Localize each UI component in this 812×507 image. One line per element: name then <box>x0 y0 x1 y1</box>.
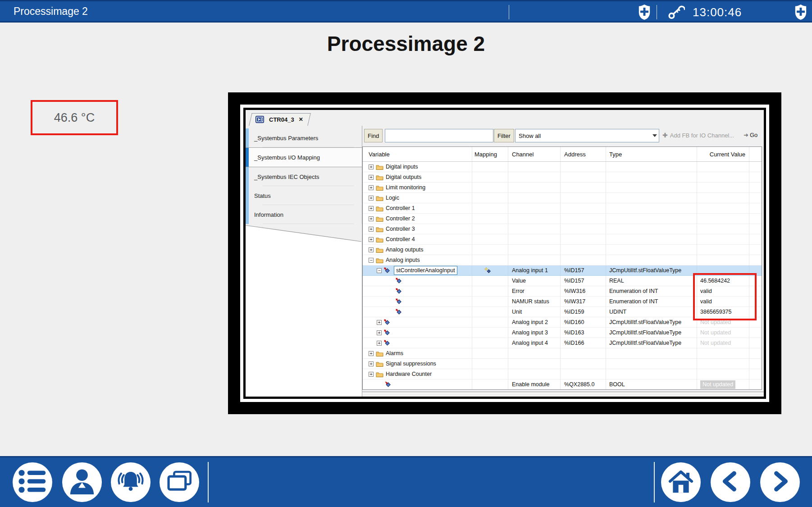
expander-icon[interactable]: + <box>369 247 374 252</box>
cell-address <box>561 203 606 214</box>
expander-icon[interactable]: + <box>369 237 374 242</box>
cell-type <box>606 245 697 255</box>
column-header-variable[interactable]: Variable <box>363 147 472 161</box>
expander-icon[interactable]: + <box>369 196 374 201</box>
column-header-filler <box>749 147 762 161</box>
tab-label: CTR04_3 <box>269 116 294 123</box>
add-fb-button[interactable]: ✚Add FB for IO Channel... <box>662 132 734 139</box>
side-tab--systembus-parameters[interactable]: _Systembus Parameters <box>246 128 362 147</box>
table-row-analog-outputs[interactable]: + Analog outputs <box>363 245 762 255</box>
cell-channel: Analog input 4 <box>508 338 561 348</box>
cell-type <box>606 162 697 172</box>
side-tab--systembus-i-o-mapping[interactable]: _Systembus I/O Mapping <box>246 147 362 167</box>
table-row-error[interactable]: Error %IW316 Enumeration of INT valid <box>363 286 762 297</box>
find-input[interactable] <box>385 129 493 142</box>
user-button[interactable] <box>62 462 102 502</box>
expander-icon[interactable]: + <box>377 341 382 346</box>
cell-variable: + Logic <box>363 193 472 203</box>
shield-plus-icon <box>794 4 807 20</box>
table-row-signal-suppressions[interactable]: + Signal suppressions <box>363 359 762 369</box>
pages-button[interactable] <box>160 462 199 502</box>
filter-dropdown[interactable]: Show all <box>515 129 659 142</box>
top-status-bar: Processimage 2 13:00:46 <box>0 0 812 23</box>
cell-current-value: Not updated <box>697 379 749 390</box>
cell-variable: − stControllerAnalogInput <box>363 265 472 276</box>
table-row-value[interactable]: Value %ID157 REAL 46.5684242 <box>363 276 762 286</box>
table-row-digital-inputs[interactable]: + Digital inputs <box>363 162 762 172</box>
cell-address <box>561 162 606 172</box>
cell-current-value <box>697 359 749 369</box>
cell-current-value <box>697 162 749 172</box>
table-row-hardware-counter[interactable]: + Hardware Counter <box>363 369 762 379</box>
cell-current-value: valid <box>697 297 749 307</box>
table-row-controller-1[interactable]: + Controller 1 <box>363 203 762 214</box>
column-header-mapping[interactable]: Mapping <box>472 147 508 161</box>
cell-channel: Error <box>508 286 561 297</box>
side-tab--systembus-iec-objects[interactable]: _Systembus IEC Objects <box>246 167 362 186</box>
cell-address: %IW316 <box>561 286 606 297</box>
column-header-channel[interactable]: Channel <box>508 147 561 161</box>
expander-icon[interactable]: − <box>377 268 382 273</box>
cell-channel: NAMUR status <box>508 297 561 307</box>
side-tab-information[interactable]: Information <box>246 205 362 224</box>
cell-current-value: Not updated <box>697 317 749 328</box>
cell-current-value <box>697 265 749 276</box>
expander-icon[interactable]: + <box>369 216 374 221</box>
table-row-enable-module[interactable]: Enable module %QX2885.0 BOOL Not updated <box>363 379 762 390</box>
go-to-instance-button[interactable]: ➜Go <box>744 132 757 138</box>
column-header-type[interactable]: Type <box>606 147 697 161</box>
expander-icon[interactable]: + <box>369 206 374 211</box>
expander-icon[interactable]: + <box>369 164 374 169</box>
table-row-controller-4[interactable]: + Controller 4 <box>363 234 762 245</box>
variable-label: Hardware Counter <box>386 369 432 379</box>
cell-current-value <box>697 203 749 214</box>
expander-icon[interactable]: − <box>369 258 374 263</box>
expander-icon[interactable]: + <box>369 175 374 180</box>
forward-button[interactable] <box>760 462 800 502</box>
bottom-groove <box>362 392 764 393</box>
table-row-limit-monitoring[interactable]: + Limit monitoring <box>363 183 762 193</box>
folder-icon <box>376 226 383 232</box>
folder-icon <box>376 236 383 242</box>
cell-address: %ID166 <box>561 338 606 348</box>
chevron-down-icon[interactable] <box>651 129 659 142</box>
back-button[interactable] <box>711 462 750 502</box>
column-header-current-value[interactable]: Current Value <box>697 147 749 161</box>
cell-variable: + Digital outputs <box>363 172 472 183</box>
expander-icon[interactable]: + <box>369 227 374 232</box>
table-row-logic[interactable]: + Logic <box>363 193 762 203</box>
side-tab-status[interactable]: Status <box>246 186 362 205</box>
table-row-analog-input-2[interactable]: + Analog input 2 %ID160 JCmpUtilItf.stFl… <box>363 317 762 328</box>
column-header-address[interactable]: Address <box>561 147 606 161</box>
table-row-digital-outputs[interactable]: + Digital outputs <box>363 172 762 183</box>
table-row-controller-2[interactable]: + Controller 2 <box>363 214 762 224</box>
expander-icon[interactable]: + <box>369 372 374 377</box>
table-row-analog-inputs[interactable]: − Analog inputs <box>363 255 762 265</box>
cell-filler <box>749 379 762 390</box>
expander-icon[interactable]: + <box>369 361 374 366</box>
table-row-stcontrolleranaloginput[interactable]: − stControllerAnalogInput Analog input 1… <box>363 265 762 276</box>
tab-ctr04-3[interactable]: CTR04_3 ✕ <box>252 113 308 126</box>
unlock-key-icon[interactable] <box>668 4 685 20</box>
topbar-divider <box>509 5 509 19</box>
cell-address: %IW317 <box>561 297 606 307</box>
home-button[interactable] <box>661 462 701 502</box>
close-icon[interactable]: ✕ <box>299 116 303 123</box>
expander-icon[interactable]: + <box>369 351 374 356</box>
table-row-unit[interactable]: Unit %ID159 UDINT 3865659375 <box>363 307 762 317</box>
table-row-analog-input-4[interactable]: + Analog input 4 %ID166 JCmpUtilItf.stFl… <box>363 338 762 348</box>
cell-filler <box>749 359 762 369</box>
cell-type: JCmpUtilItf.stFloatValueType <box>606 328 697 338</box>
cell-type <box>606 369 697 379</box>
menu-button[interactable] <box>13 462 52 502</box>
table-row-alarms[interactable]: + Alarms <box>363 348 762 359</box>
table-row-analog-input-3[interactable]: + Analog input 3 %ID163 JCmpUtilItf.stFl… <box>363 328 762 338</box>
cell-variable: + <box>363 328 472 338</box>
table-row-namur-status[interactable]: NAMUR status %IW317 Enumeration of INT v… <box>363 297 762 307</box>
alarm-button[interactable] <box>111 462 151 502</box>
alarm-bell-icon <box>116 468 145 497</box>
table-row-controller-3[interactable]: + Controller 3 <box>363 224 762 234</box>
expander-icon[interactable]: + <box>377 330 382 335</box>
expander-icon[interactable]: + <box>377 320 382 325</box>
expander-icon[interactable]: + <box>369 185 374 190</box>
